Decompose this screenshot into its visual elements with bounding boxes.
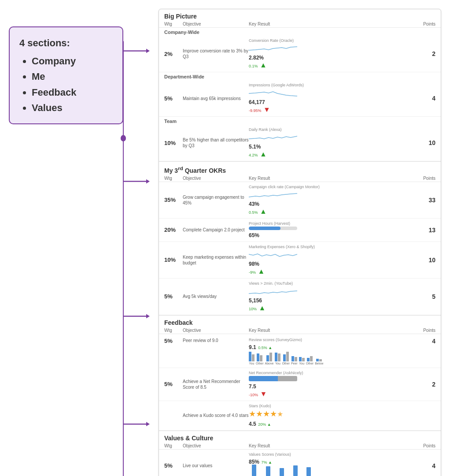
metric-change: 0.5%: [249, 210, 258, 215]
kr-label: Daily Rank (Alexa): [249, 127, 414, 132]
row-pts: 4: [414, 95, 435, 102]
table-row: 2% Improve conversion rate to 3% by Q3 C…: [159, 36, 441, 72]
feedback-header: Wtg Objective Key Result Points: [159, 327, 441, 334]
svg-marker-5: [146, 422, 150, 426]
row-pts: 4: [414, 338, 435, 345]
row-kr: Review scores (SurveyGizmo) 9.1 0.5% ▲ Y…: [249, 338, 414, 365]
values-header: Wtg Objective Key Result Points: [159, 443, 441, 450]
metric-value: 65%: [249, 232, 259, 238]
metric-change: 0.1%: [249, 64, 258, 68]
row-kr: Views > 2min. (YouTube) 5,156 10% ▲: [249, 281, 414, 312]
subsection-team: Team: [159, 117, 441, 125]
row-obj: Live our values: [183, 463, 249, 469]
values-bar-chart: Integrity Honesty Passion Respect: [249, 466, 414, 476]
header-obj: Objective: [183, 22, 249, 26]
table-row: 5% Peer review of 9.0 Review scores (Sur…: [159, 334, 441, 368]
section-feedback: Feedback: [159, 315, 441, 327]
row-wtg: 5%: [164, 381, 183, 387]
metric-value: 5,156: [249, 298, 262, 304]
kr-label: Views > 2min. (YouTube): [249, 281, 414, 286]
row-wtg: 2%: [164, 51, 183, 57]
sparkline-chart: [249, 133, 297, 141]
metric-change: -9.95%: [249, 108, 262, 113]
metric-change: -9%: [249, 270, 256, 275]
table-row: 5% Achieve a Net Recommender Score of 8.…: [159, 368, 441, 401]
row-obj: Avg 5k views/day: [183, 294, 249, 299]
section-my-okrs: My 3rd Quarter OKRs: [159, 161, 441, 175]
svg-marker-2: [146, 49, 150, 53]
kr-label: Conversion Rate (Oracle): [249, 38, 414, 43]
net-bar-gray: [278, 376, 297, 381]
row-kr: Conversion Rate (Oracle) 2.82% 0.1% ▲: [249, 38, 414, 69]
row-pts: 4: [414, 462, 435, 469]
row-kr: Stars (Kudo) ★★★★★ 4.5 20% ▲: [249, 404, 414, 428]
table-row: 5% Live our values Values Scores (Variou…: [159, 450, 441, 476]
row-kr: Values Scores (Various) 85% 7% ▲ Integri…: [249, 452, 414, 476]
row-obj: Keep marketing expenses within budget: [183, 254, 249, 266]
list-item: Feedback: [32, 85, 113, 100]
metric-value: 98%: [249, 261, 259, 267]
row-obj: Achieve a Net Recommender Score of 8.5: [183, 379, 249, 390]
metric-value: 7.5: [249, 383, 256, 390]
big-picture-header: Wtg Objective Key Result Points: [159, 21, 441, 28]
info-title: 4 sections:: [19, 35, 113, 51]
row-pts: 13: [414, 227, 435, 234]
row-kr: Marketing Expenses (Xero & Shopify) 98% …: [249, 245, 414, 275]
kr-label: Impressions (Google AdWords): [249, 83, 414, 87]
row-pts: 5: [414, 293, 435, 300]
row-wtg: 10%: [164, 140, 183, 146]
row-wtg: 5%: [164, 95, 183, 102]
net-bar-blue: [249, 376, 278, 381]
row-wtg: 10%: [164, 257, 183, 263]
metric-change: 20% ▲: [258, 422, 271, 427]
section-big-picture: Big Picture: [159, 9, 441, 21]
row-obj: Achieve a Kudo score of 4.0 stars: [183, 413, 249, 418]
row-kr: Campaign click rate (Campaign Monitor) 4…: [249, 185, 414, 216]
metric-change: 0.5% ▲: [258, 346, 272, 350]
left-panel: 4 sections: Company Me Feedback Values: [9, 26, 123, 476]
row-obj: Complete Campaign 2.0 project: [183, 227, 249, 233]
svg-marker-3: [146, 179, 150, 184]
my-okrs-header: Wtg Objective Key Result Points: [159, 175, 441, 182]
svg-marker-4: [146, 314, 150, 319]
net-recommender-bar: [249, 376, 297, 381]
kr-label: Review scores (SurveyGizmo): [249, 338, 414, 342]
row-obj: Maintain avg 65k impressions: [183, 96, 249, 101]
metric-value: 85%: [249, 459, 259, 465]
row-kr: Impressions (Google AdWords) 64,177 -9.9…: [249, 83, 414, 114]
row-pts: 2: [414, 381, 435, 388]
metric-value: 9.1: [249, 344, 256, 350]
row-pts: 2: [414, 50, 435, 57]
sparkline-chart: [249, 88, 297, 97]
row-wtg: 20%: [164, 227, 183, 233]
sparkline-chart: [249, 250, 297, 259]
header-pts: Points: [414, 176, 435, 181]
subsection-company: Company-Wide: [159, 28, 441, 36]
row-obj: Grow campaign engagement to 45%: [183, 194, 249, 206]
table-row: 35% Grow campaign engagement to 45% Camp…: [159, 182, 441, 219]
progress-fill: [249, 227, 280, 230]
header-kr: Key Result: [249, 22, 414, 26]
kr-label: Project Hours (Harvest): [249, 221, 414, 226]
table-row: Achieve a Kudo score of 4.0 stars Stars …: [159, 401, 441, 431]
metric-value: 4.5: [249, 421, 256, 427]
row-pts: 33: [414, 197, 435, 204]
metric-value: 43%: [249, 201, 259, 207]
row-kr: Net Recommender (AskNicely) 7.5 -10% ▼: [249, 371, 414, 398]
kr-label: Values Scores (Various): [249, 452, 414, 457]
sparkline-chart: [249, 286, 297, 295]
header-pts: Points: [414, 443, 435, 448]
row-wtg: 35%: [164, 197, 183, 203]
sparkline-chart: [249, 190, 297, 199]
subsection-dept: Department-Wide: [159, 72, 441, 80]
header-wtg: Wtg: [164, 328, 183, 333]
row-wtg: 5%: [164, 293, 183, 300]
kr-label: Net Recommender (AskNicely): [249, 371, 414, 375]
progress-bar: [249, 227, 297, 230]
metric-value: 64,177: [249, 99, 265, 105]
table-row: 10% Keep marketing expenses within budge…: [159, 242, 441, 279]
header-pts: Points: [414, 22, 435, 26]
metric-value: 2.82%: [249, 55, 264, 61]
header-wtg: Wtg: [164, 443, 183, 448]
sparkline-chart: [249, 44, 297, 52]
